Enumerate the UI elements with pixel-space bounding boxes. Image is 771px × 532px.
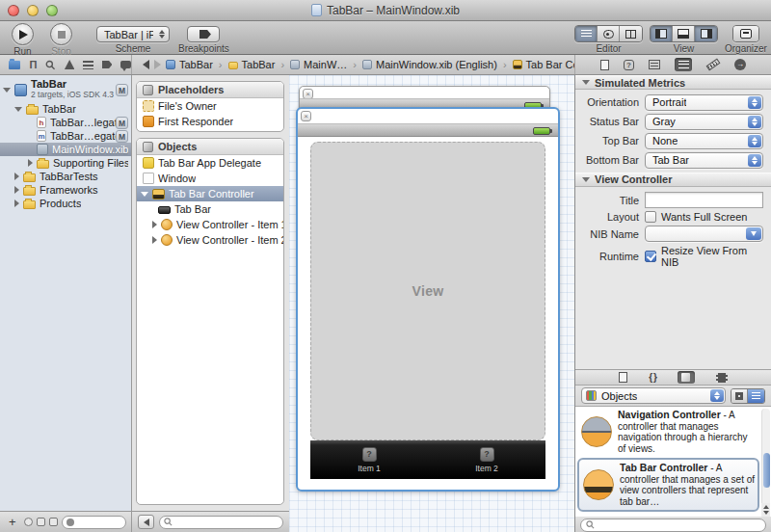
- scm-filter-icon[interactable]: [37, 518, 45, 526]
- issue-navigator-icon[interactable]: [65, 60, 75, 69]
- breakpoint-navigator-icon[interactable]: [102, 61, 113, 68]
- ib-canvas[interactable]: × × View ? Item 1: [289, 75, 574, 532]
- tree-row-supporting-files[interactable]: Supporting Files: [0, 156, 131, 170]
- stop-button[interactable]: [50, 23, 72, 45]
- tree-row-frameworks[interactable]: Frameworks: [0, 183, 131, 197]
- disclosure-triangle[interactable]: [582, 80, 590, 85]
- title-field[interactable]: [645, 192, 763, 208]
- breadcrumb-group[interactable]: TabBar: [228, 59, 276, 70]
- outline-row-app-delegate[interactable]: Tab Bar App Delegate: [137, 155, 283, 171]
- library-item-navigation-controller[interactable]: Navigation Controller - A controller tha…: [575, 407, 771, 457]
- identity-inspector-icon[interactable]: [649, 60, 660, 69]
- attributes-inspector-icon[interactable]: [675, 58, 692, 71]
- code-snippets-library-icon[interactable]: { }: [649, 372, 656, 383]
- organizer-button[interactable]: [733, 26, 758, 41]
- nib-name-combo[interactable]: [645, 226, 763, 242]
- add-button[interactable]: +: [5, 513, 20, 532]
- log-navigator-icon[interactable]: [120, 61, 131, 68]
- outline-row-first-responder[interactable]: First Responder: [137, 114, 283, 129]
- minimize-window-button[interactable]: [27, 5, 39, 16]
- list-view-button[interactable]: [748, 389, 764, 403]
- tree-row-appdelegate-h[interactable]: h TabBar…legate.h M: [0, 116, 131, 129]
- run-button[interactable]: [12, 23, 34, 45]
- breakpoints-button[interactable]: [187, 26, 220, 42]
- disclosure-triangle[interactable]: [14, 200, 19, 207]
- simulated-tab-bar[interactable]: ? Item 1 ? Item 2: [310, 440, 545, 479]
- resize-view-checkbox[interactable]: [645, 251, 656, 262]
- library-item-tab-bar-controller[interactable]: Tab Bar Controller - A controller that m…: [577, 458, 759, 512]
- tree-row-group-tabbar[interactable]: TabBar: [0, 102, 131, 116]
- navigator-filter-field[interactable]: [62, 516, 126, 529]
- close-window-button[interactable]: [8, 5, 19, 16]
- disclosure-triangle[interactable]: [14, 107, 22, 112]
- library-scrollbar[interactable]: [761, 409, 770, 515]
- outline-row-view-controller-2[interactable]: View Controller - Item 2: [137, 232, 283, 248]
- disclosure-triangle[interactable]: [152, 236, 157, 244]
- connections-inspector-icon[interactable]: →: [734, 59, 746, 70]
- disclosure-triangle[interactable]: [582, 177, 590, 182]
- file-inspector-icon[interactable]: [600, 60, 609, 70]
- tree-row-tabbartests[interactable]: TabBarTests: [0, 170, 131, 183]
- scheme-popup[interactable]: TabBar | iPh…: [96, 26, 170, 42]
- library-search-field[interactable]: [580, 519, 766, 532]
- outline-row-tab-bar[interactable]: Tab Bar: [137, 201, 283, 217]
- scroll-arrows[interactable]: [761, 503, 770, 517]
- placeholder-view[interactable]: View: [310, 142, 545, 440]
- back-button[interactable]: [143, 60, 149, 69]
- project-navigator-icon[interactable]: [9, 61, 20, 69]
- tree-row-mainwindow-xib[interactable]: MainWindow.xib: [0, 143, 131, 156]
- search-navigator-icon[interactable]: [45, 60, 56, 70]
- version-editor-button[interactable]: [620, 26, 642, 41]
- orientation-popup[interactable]: Portrait: [645, 94, 763, 111]
- toggle-utilities-button[interactable]: [695, 26, 717, 41]
- symbol-navigator-icon[interactable]: Π: [29, 60, 37, 69]
- library-list[interactable]: Navigation Controller - A controller tha…: [575, 407, 771, 517]
- media-library-icon[interactable]: [716, 373, 728, 383]
- grid-view-button[interactable]: [731, 389, 748, 403]
- standard-editor-button[interactable]: [575, 26, 598, 41]
- simulated-metrics-header[interactable]: Simulated Metrics: [575, 75, 771, 90]
- outline-row-view-controller-1[interactable]: View Controller - Item 1: [137, 217, 283, 232]
- breadcrumb-object[interactable]: Tab Bar Controller: [513, 59, 574, 70]
- status-bar-popup[interactable]: Gray: [645, 114, 763, 130]
- toggle-debug-area-button[interactable]: [673, 26, 695, 41]
- collapse-outline-button[interactable]: [138, 515, 154, 529]
- objects-library-icon[interactable]: [678, 371, 695, 384]
- disclosure-triangle[interactable]: [141, 192, 148, 197]
- outline-row-tab-bar-controller[interactable]: Tab Bar Controller: [137, 186, 283, 201]
- selected-window-tab-bar-controller[interactable]: × View ? Item 1 ? Item 2: [296, 107, 560, 492]
- tree-row-project[interactable]: TabBar 2 targets, iOS SDK 4.3 M: [0, 77, 131, 102]
- outline-row-files-owner[interactable]: File's Owner: [137, 98, 283, 114]
- tree-row-products[interactable]: Products: [0, 197, 131, 210]
- toggle-navigator-button[interactable]: [651, 26, 673, 41]
- disclosure-triangle[interactable]: [152, 221, 157, 228]
- view-controller-header[interactable]: View Controller: [575, 173, 771, 187]
- outline-row-window[interactable]: Window: [137, 171, 283, 186]
- scrollbar-thumb[interactable]: [763, 453, 770, 488]
- disclosure-triangle[interactable]: [3, 88, 11, 93]
- forward-button[interactable]: [154, 60, 161, 69]
- breadcrumb-file[interactable]: MainW…: [290, 59, 347, 70]
- tree-row-appdelegate-m[interactable]: m TabBar…egate.m M: [0, 129, 131, 143]
- breadcrumb-project[interactable]: TabBar: [166, 59, 213, 70]
- debug-navigator-icon[interactable]: [83, 61, 93, 69]
- breadcrumb-localization[interactable]: MainWindow.xib (English): [362, 59, 497, 70]
- tab-bar-item-1[interactable]: ? Item 1: [310, 440, 428, 479]
- quick-help-inspector-icon[interactable]: ?: [624, 60, 634, 70]
- unsaved-filter-icon[interactable]: [49, 518, 58, 526]
- zoom-window-button[interactable]: [46, 5, 58, 16]
- library-item-view[interactable]: View - Represents a rectangular region i…: [575, 513, 771, 517]
- outline-search-field[interactable]: [159, 516, 283, 529]
- disclosure-triangle[interactable]: [28, 159, 33, 167]
- size-inspector-icon[interactable]: [706, 59, 721, 71]
- tab-bar-item-2[interactable]: ? Item 2: [428, 440, 545, 479]
- top-bar-popup[interactable]: None: [645, 133, 763, 149]
- recent-filter-icon[interactable]: [24, 518, 33, 526]
- close-icon[interactable]: ×: [301, 111, 311, 121]
- disclosure-triangle[interactable]: [14, 173, 19, 180]
- disclosure-triangle[interactable]: [14, 186, 19, 194]
- bottom-bar-popup[interactable]: Tab Bar: [645, 152, 763, 169]
- assistant-editor-button[interactable]: [598, 26, 620, 41]
- file-templates-library-icon[interactable]: [619, 372, 627, 383]
- wants-full-screen-checkbox[interactable]: [645, 211, 656, 223]
